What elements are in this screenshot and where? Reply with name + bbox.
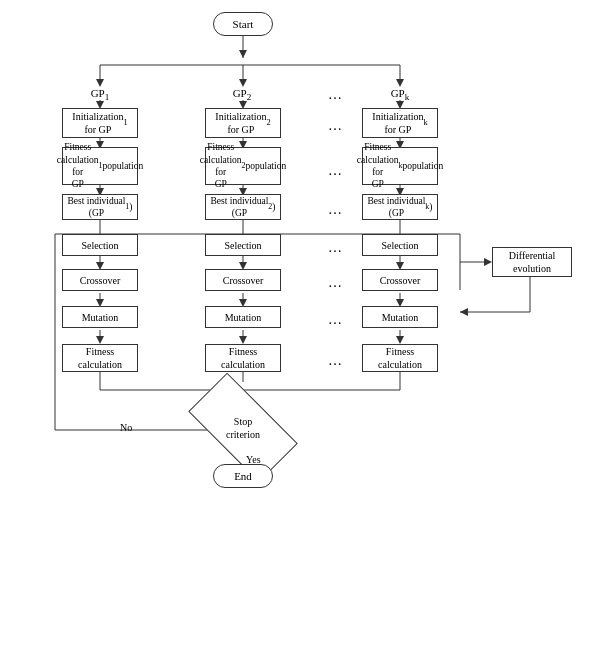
cross1: Crossover [62,269,138,291]
dots-cross: … [315,275,355,291]
gp1-label: GP1 [72,87,128,102]
svg-marker-33 [484,258,492,266]
best-gp2: Best individual(GP2) [205,194,281,220]
gpk-label: GPk [372,87,428,102]
svg-marker-6 [239,79,247,87]
init-gpk: Initializationfor GPk [362,108,438,138]
diff-evo: Differentialevolution [492,247,572,277]
init-gp2: Initializationfor GP2 [205,108,281,138]
fitness-gp1: Fitnesscalculation forGP1 population [62,147,138,185]
svg-marker-8 [396,79,404,87]
best-gpk: Best individual(GPk) [362,194,438,220]
start-node: Start [213,12,273,36]
dots-fitness: … [315,163,355,179]
stop-criterion: Stopcriterion [193,400,293,455]
end-node: End [213,464,273,488]
fitness-gp2: Fitnesscalculation forGP2 population [205,147,281,185]
fitness-gpk: Fitnesscalculation forGPk population [362,147,438,185]
flowchart-diagram: Start GP1 GP2 … GPk Initializationfor GP… [0,0,601,645]
svg-marker-50 [96,336,104,344]
gp2-label: GP2 [214,87,270,102]
mut2: Mutation [205,306,281,328]
dots-init: … [315,118,355,134]
sel3: Selection [362,234,438,256]
dots-best: … [315,202,355,218]
dots-sel: … [315,240,355,256]
best-gp1: Best individual(GP1) [62,194,138,220]
svg-marker-36 [460,308,468,316]
no-label: No [120,422,132,433]
cross2: Crossover [205,269,281,291]
fit-calc1: Fitnesscalculation [62,344,138,372]
svg-marker-1 [239,50,247,58]
sel1: Selection [62,234,138,256]
dots-fit: … [315,353,355,369]
fit-calc2: Fitnesscalculation [205,344,281,372]
mut1: Mutation [62,306,138,328]
dots-top: … [315,87,355,103]
mut3: Mutation [362,306,438,328]
sel2: Selection [205,234,281,256]
svg-marker-54 [396,336,404,344]
cross3: Crossover [362,269,438,291]
dots-mut: … [315,312,355,328]
init-gp1: Initializationfor GP1 [62,108,138,138]
fit-calc3: Fitnesscalculation [362,344,438,372]
svg-marker-52 [239,336,247,344]
svg-marker-4 [96,79,104,87]
